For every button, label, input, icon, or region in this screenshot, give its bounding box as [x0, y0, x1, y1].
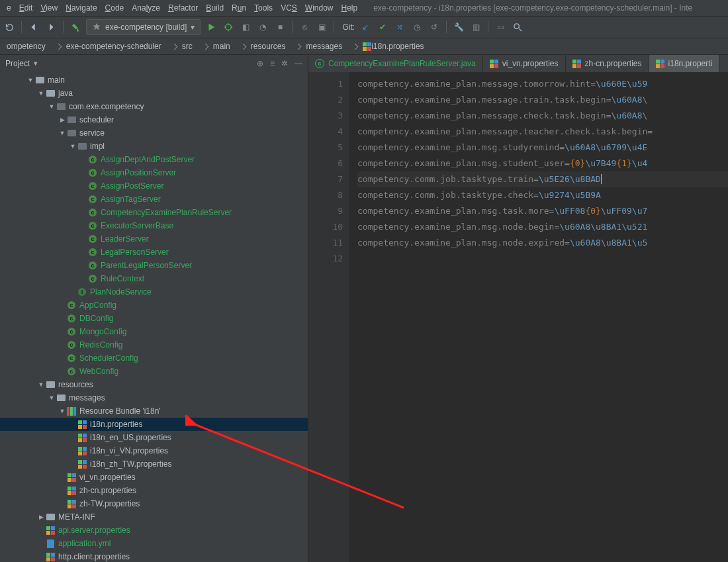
tree-node[interactable]: i18n_en_US.properties	[0, 431, 308, 444]
tree-node[interactable]: zh-cn.properties	[0, 484, 308, 497]
tree-node[interactable]: cMongoConfig	[0, 325, 308, 338]
tree-node[interactable]: cParentLegalPersonServer	[0, 259, 308, 272]
menu-help[interactable]: Help	[338, 2, 362, 14]
structure-icon[interactable]: ▥	[469, 21, 482, 34]
editor-tab[interactable]: zh-cn.properties	[566, 55, 649, 72]
git-update-icon[interactable]: ↙	[359, 21, 372, 34]
menu-tools[interactable]: Tools	[250, 2, 277, 14]
menu-build[interactable]: Build	[202, 2, 228, 14]
git-commit-icon[interactable]: ✔	[376, 21, 389, 34]
tree-node[interactable]: cSchedulerConfig	[0, 351, 308, 365]
tree-node[interactable]: cAssignPositionServer	[0, 166, 308, 179]
project-label[interactable]: Project	[5, 59, 30, 68]
hide-icon[interactable]: —	[295, 59, 302, 68]
git-compare-icon[interactable]: ⤭	[393, 21, 406, 34]
menu-window[interactable]: Window	[301, 2, 338, 14]
breadcrumb[interactable]: exe-competency-scheduler	[51, 38, 167, 54]
tree-node[interactable]: cCompetencyExaminePlanRuleServer	[0, 206, 308, 219]
tree-expander-icon[interactable]: ▼	[48, 103, 56, 110]
tree-node[interactable]: cDBConfig	[0, 312, 308, 325]
settings-icon[interactable]: 🔧	[452, 21, 465, 34]
tree-expander-icon[interactable]: ▼	[37, 381, 45, 388]
tree-node[interactable]: ▼Resource Bundle 'i18n'	[0, 404, 308, 418]
editor-tab[interactable]: vi_vn.properties	[483, 55, 566, 72]
tree-node[interactable]: vi_vn.properties	[0, 471, 308, 484]
breadcrumb[interactable]: messages	[291, 38, 347, 54]
tree-node[interactable]: cExecutorServerBase	[0, 219, 308, 232]
git-rollback-icon[interactable]: ↺	[428, 21, 441, 34]
tree-node[interactable]: ▼impl	[0, 140, 308, 153]
tree-expander-icon[interactable]: ▼	[58, 130, 66, 136]
menu-refactor[interactable]: Refactor	[164, 2, 202, 14]
tree-expander-icon[interactable]: ▼	[48, 395, 56, 401]
profile-icon[interactable]: ◔	[256, 21, 269, 34]
debug-icon[interactable]	[222, 21, 235, 34]
forward-icon[interactable]	[44, 21, 58, 34]
chevron-down-icon[interactable]: ▼	[32, 60, 38, 67]
tree-node[interactable]: cLegalPersonServer	[0, 246, 308, 259]
menu-edit[interactable]: Edit	[15, 2, 37, 14]
breadcrumb[interactable]: i18n.properties	[347, 38, 429, 54]
expand-all-icon[interactable]: ≡	[270, 59, 275, 68]
tree-node[interactable]: cWebConfig	[0, 365, 308, 378]
tree-node[interactable]: ▼main	[0, 73, 308, 87]
breadcrumb[interactable]: ompetency	[1, 38, 51, 54]
tree-node[interactable]: IPlanNodeService	[0, 285, 308, 299]
tree-node[interactable]: zh-TW.properties	[0, 497, 308, 510]
breadcrumb[interactable]: src	[167, 38, 198, 54]
tree-expander-icon[interactable]: ▼	[37, 90, 45, 97]
menu-view[interactable]: View	[36, 2, 62, 14]
presentation-icon[interactable]: ▭	[494, 21, 507, 34]
run-icon[interactable]	[205, 21, 218, 34]
editor-tab[interactable]: cCompetencyExaminePlanRuleServer.java	[308, 55, 483, 72]
refresh-icon[interactable]	[3, 21, 16, 34]
run-config-selector[interactable]: exe-competency [build] ▾	[86, 19, 201, 35]
toolbox-icon[interactable]: ▣	[315, 21, 328, 34]
tree-node[interactable]: cRuleContext	[0, 272, 308, 285]
tree-node[interactable]: ▼java	[0, 87, 308, 100]
select-opened-icon[interactable]: ⊕	[257, 59, 263, 68]
menu-analyze[interactable]: Analyze	[128, 2, 164, 14]
tree-node[interactable]: cAssignPostServer	[0, 179, 308, 193]
menu-navigate[interactable]: Navigate	[62, 2, 101, 14]
tree-node[interactable]: ▼com.exe.competency	[0, 100, 308, 113]
tree-expander-icon[interactable]: ▶	[58, 117, 66, 123]
menu-e[interactable]: e	[3, 2, 15, 14]
attach-icon[interactable]: ⎋	[298, 21, 311, 34]
tree-node[interactable]: ▼service	[0, 126, 308, 140]
tree-node[interactable]: ▶scheduler	[0, 113, 308, 126]
stop-icon[interactable]: ■	[273, 21, 287, 34]
coverage-icon[interactable]: ◧	[239, 21, 252, 34]
tree-expander-icon[interactable]: ▼	[69, 143, 77, 150]
hammer-icon[interactable]	[69, 21, 82, 34]
tree-node[interactable]: i18n.properties	[0, 418, 308, 431]
gear-icon[interactable]: ✲	[281, 59, 288, 68]
tree-node[interactable]: http.client.properties	[0, 550, 308, 562]
tree-node[interactable]: ▶META-INF	[0, 510, 308, 524]
source[interactable]: competency.examine_plan.message.tomorrow…	[349, 72, 728, 562]
tree-expander-icon[interactable]: ▼	[58, 408, 66, 414]
tree-node[interactable]: i18n_vi_VN.properties	[0, 444, 308, 457]
tree-node[interactable]: cAppConfig	[0, 299, 308, 312]
editor-tab[interactable]: i18n.properti	[649, 55, 720, 72]
project-tree[interactable]: ▼main▼java▼com.exe.competency▶scheduler▼…	[0, 72, 308, 562]
tree-expander-icon[interactable]: ▼	[26, 77, 34, 83]
back-icon[interactable]	[27, 21, 40, 34]
breadcrumb[interactable]: resources	[236, 38, 291, 54]
search-icon[interactable]	[511, 21, 524, 34]
menu-run[interactable]: Run	[228, 2, 250, 14]
breadcrumb[interactable]: main	[198, 38, 236, 54]
tree-node[interactable]: i18n_zh_TW.properties	[0, 457, 308, 471]
tree-node[interactable]: application.yml	[0, 537, 308, 550]
tree-node[interactable]: cLeaderServer	[0, 232, 308, 246]
tree-node[interactable]: api.server.properties	[0, 524, 308, 537]
tree-node[interactable]: cAssignDeptAndPostServer	[0, 153, 308, 166]
tree-node[interactable]: ▼resources	[0, 378, 308, 391]
git-history-icon[interactable]: ◷	[410, 21, 424, 34]
menu-code[interactable]: Code	[101, 2, 128, 14]
code-area[interactable]: 123456789101112 competency.examine_plan.…	[308, 72, 728, 562]
tree-node[interactable]: ▼messages	[0, 391, 308, 404]
tree-node[interactable]: cRedisConfig	[0, 338, 308, 351]
tree-node[interactable]: cAssignTagServer	[0, 193, 308, 206]
tree-expander-icon[interactable]: ▶	[37, 514, 45, 520]
